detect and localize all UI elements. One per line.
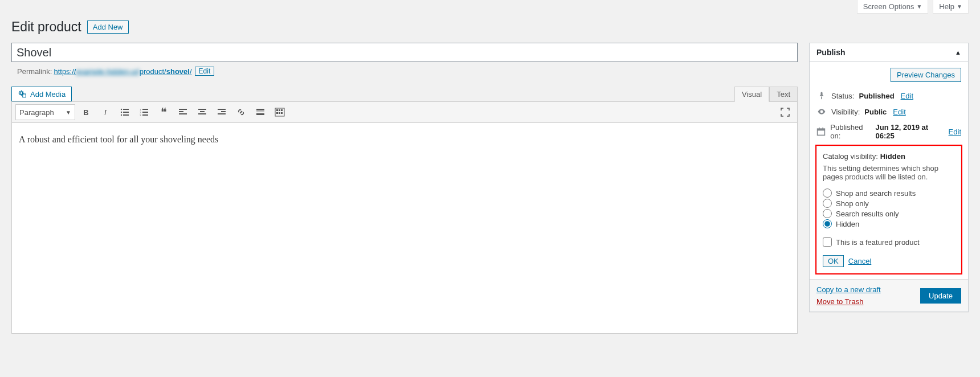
permalink-row: Permalink: https://example-hidden-urlpro…: [11, 62, 798, 77]
svg-rect-17: [198, 109, 206, 110]
update-button[interactable]: Update: [920, 288, 961, 304]
svg-rect-22: [218, 113, 226, 114]
help-label: Help: [939, 2, 954, 11]
svg-point-0: [20, 92, 23, 95]
svg-rect-5: [123, 112, 129, 113]
editor-toolbar: Paragraph ▼ B I 123 ❝: [11, 101, 798, 123]
radio-shop-only[interactable]: Shop only: [823, 198, 955, 208]
svg-rect-29: [281, 109, 283, 111]
publish-box: Publish ▲ Preview Changes Status: Publis…: [809, 43, 969, 312]
move-trash-link[interactable]: Move to Trash: [816, 297, 881, 306]
visibility-edit-link[interactable]: Edit: [893, 108, 905, 116]
editor-content[interactable]: A robust and efficient tool for all your…: [11, 123, 798, 334]
svg-rect-31: [279, 112, 280, 114]
svg-rect-21: [221, 111, 226, 112]
svg-point-4: [121, 112, 122, 113]
svg-rect-27: [276, 109, 278, 111]
svg-rect-36: [823, 128, 824, 129]
svg-rect-13: [142, 114, 148, 116]
preview-changes-button[interactable]: Preview Changes: [891, 68, 961, 82]
svg-rect-16: [179, 113, 187, 114]
chevron-down-icon: ▼: [66, 109, 71, 116]
screen-options-label: Screen Options: [863, 2, 914, 11]
copy-draft-link[interactable]: Copy to a new draft: [816, 285, 881, 294]
eye-icon: [816, 107, 827, 116]
add-new-button[interactable]: Add New: [87, 21, 129, 34]
align-right-button[interactable]: [213, 104, 230, 120]
tab-visual[interactable]: Visual: [734, 87, 769, 102]
italic-button[interactable]: I: [97, 104, 114, 120]
svg-rect-23: [256, 109, 264, 110]
media-icon: [18, 89, 27, 99]
bold-button[interactable]: B: [77, 104, 95, 120]
toolbar-toggle-button[interactable]: [271, 104, 288, 120]
chevron-down-icon: ▼: [957, 3, 962, 10]
catalog-cancel-link[interactable]: Cancel: [848, 257, 871, 265]
format-select[interactable]: Paragraph ▼: [15, 104, 75, 120]
radio-shop-search[interactable]: Shop and search results: [823, 188, 955, 198]
fullscreen-button[interactable]: [777, 104, 794, 120]
align-left-button[interactable]: [174, 104, 191, 120]
status-edit-link[interactable]: Edit: [901, 92, 913, 100]
tab-text[interactable]: Text: [769, 87, 798, 102]
svg-rect-18: [200, 111, 205, 112]
add-media-button[interactable]: Add Media: [11, 87, 72, 101]
pin-icon: [816, 91, 827, 100]
product-title-input[interactable]: [11, 43, 798, 62]
svg-rect-14: [179, 109, 187, 110]
permalink-edit-button[interactable]: Edit: [195, 67, 215, 76]
calendar-icon: [816, 127, 826, 136]
svg-text:3: 3: [140, 114, 141, 117]
permalink-link[interactable]: https://example-hidden-urlproduct/shovel…: [54, 67, 191, 76]
blockquote-button[interactable]: ❝: [155, 104, 172, 120]
publish-box-title: Publish: [816, 48, 846, 57]
catalog-visibility-box: Catalog visibility: Hidden This setting …: [816, 146, 961, 273]
svg-point-6: [121, 114, 122, 116]
radio-search-only[interactable]: Search results only: [823, 208, 955, 219]
svg-rect-34: [818, 129, 825, 130]
help-tab[interactable]: Help ▼: [933, 0, 969, 14]
radio-hidden[interactable]: Hidden: [823, 219, 955, 229]
svg-rect-11: [142, 112, 148, 113]
svg-rect-7: [123, 114, 129, 116]
svg-rect-25: [256, 113, 264, 115]
svg-rect-15: [179, 111, 183, 112]
svg-rect-20: [218, 109, 226, 110]
read-more-button[interactable]: [252, 104, 269, 120]
svg-point-2: [121, 109, 122, 110]
chevron-up-icon[interactable]: ▲: [955, 49, 961, 56]
svg-rect-24: [256, 112, 264, 112]
svg-rect-9: [142, 109, 148, 110]
svg-rect-3: [123, 109, 129, 110]
numbered-list-button[interactable]: 123: [136, 104, 153, 120]
date-edit-link[interactable]: Edit: [949, 128, 961, 136]
svg-rect-32: [281, 112, 283, 114]
catalog-description: This setting determines which shop pages…: [823, 164, 955, 181]
catalog-ok-button[interactable]: OK: [823, 255, 844, 267]
link-button[interactable]: [232, 104, 250, 120]
svg-rect-30: [276, 112, 278, 114]
chevron-down-icon: ▼: [916, 3, 922, 10]
svg-rect-28: [279, 109, 280, 111]
page-title: Edit product: [11, 19, 81, 35]
screen-options-tab[interactable]: Screen Options ▼: [857, 0, 929, 14]
align-center-button[interactable]: [194, 104, 211, 120]
permalink-label: Permalink:: [17, 67, 52, 76]
featured-checkbox[interactable]: This is a featured product: [823, 237, 955, 247]
svg-rect-35: [819, 128, 820, 129]
svg-rect-19: [198, 113, 206, 114]
bullet-list-button[interactable]: [116, 104, 133, 120]
